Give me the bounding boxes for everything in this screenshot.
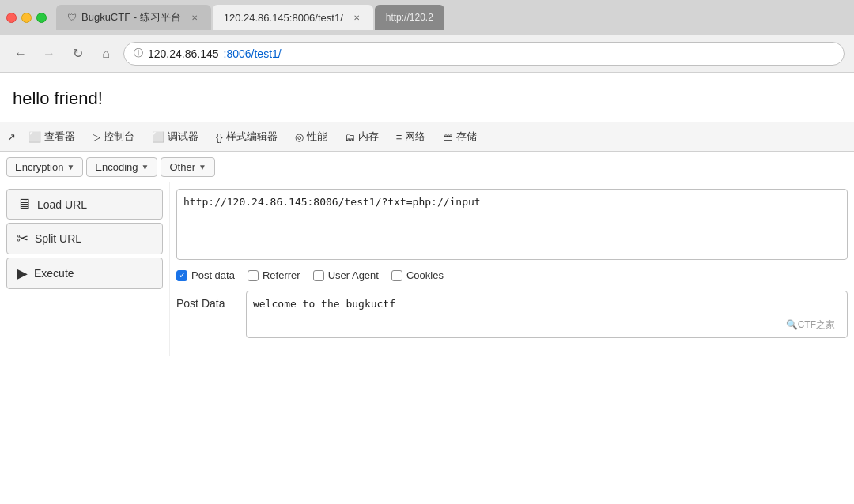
- post-data-checkbox-label: Post data: [191, 269, 235, 281]
- address-port: :8006/test1/: [224, 47, 282, 60]
- debugger-icon: ⬜: [152, 131, 164, 143]
- devtools-tab-inspector[interactable]: ⬜ 查看器: [21, 122, 83, 151]
- execute-icon: ▶: [17, 265, 28, 282]
- maximize-button[interactable]: [36, 13, 47, 23]
- close-button[interactable]: [6, 13, 17, 23]
- devtools-picker-icon[interactable]: ↗: [3, 129, 19, 145]
- nav-bar: ← → ↻ ⌂ ⓘ 120.24.86.145:8006/test1/: [0, 35, 854, 73]
- console-label: 控制台: [104, 130, 134, 144]
- memory-icon: 🗂: [345, 131, 355, 143]
- ctf-watermark: 🔍CTF之家: [786, 318, 835, 332]
- traffic-lights: [6, 13, 47, 23]
- devtools-tab-memory[interactable]: 🗂 内存: [337, 122, 387, 151]
- back-button[interactable]: ←: [9, 43, 32, 65]
- inspector-label: 查看器: [44, 130, 75, 144]
- memory-label: 内存: [358, 130, 379, 144]
- post-data-checkbox-box[interactable]: ✓: [176, 270, 187, 281]
- address-info-icon: ⓘ: [134, 47, 143, 60]
- minimize-button[interactable]: [21, 13, 32, 23]
- tab-partial[interactable]: http://120.2: [375, 5, 444, 30]
- user-agent-checkbox-label: User Agent: [328, 269, 379, 281]
- other-dropdown[interactable]: Other ▼: [161, 157, 214, 177]
- cookies-checkbox-label: Cookies: [406, 269, 444, 281]
- load-url-label: Load URL: [37, 198, 87, 211]
- hackbar-main: 🖥 Load URL ✂ Split URL ▶ Execute ✓ Post …: [0, 182, 854, 356]
- devtools-tab-network[interactable]: ≡ 网络: [388, 122, 434, 151]
- page-content: hello friend!: [0, 73, 854, 109]
- network-icon: ≡: [396, 131, 402, 143]
- execute-button[interactable]: ▶ Execute: [6, 258, 163, 289]
- split-url-label: Split URL: [35, 232, 81, 245]
- load-url-button[interactable]: 🖥 Load URL: [6, 189, 163, 220]
- network-label: 网络: [405, 130, 425, 144]
- hackbar-sidebar: 🖥 Load URL ✂ Split URL ▶ Execute: [0, 182, 170, 356]
- home-button[interactable]: ⌂: [95, 43, 117, 65]
- encryption-chevron-icon: ▼: [66, 163, 74, 171]
- user-agent-checkbox[interactable]: User Agent: [313, 269, 379, 281]
- tab-test1-label: 120.24.86.145:8006/test1/: [224, 12, 343, 24]
- post-data-checkbox[interactable]: ✓ Post data: [176, 269, 235, 281]
- devtools-tab-console[interactable]: ▷ 控制台: [85, 122, 142, 151]
- other-chevron-icon: ▼: [198, 163, 206, 171]
- other-label: Other: [169, 161, 195, 173]
- tab-test1-close[interactable]: ✕: [351, 12, 362, 23]
- hackbar-panel: Encryption ▼ Encoding ▼ Other ▼ 🖥 Load U…: [0, 152, 854, 356]
- inspector-icon: ⬜: [28, 131, 41, 143]
- greeting-text: hello friend!: [13, 88, 841, 109]
- title-bar: 🛡 BugkuCTF - 练习平台 ✕ 120.24.86.145:8006/t…: [0, 0, 854, 35]
- post-data-label: Post Data: [176, 291, 240, 310]
- devtools-bar: ↗ ⬜ 查看器 ▷ 控制台 ⬜ 调试器 {} 样式编辑器 ◎ 性能 🗂 内存 ≡…: [0, 122, 854, 152]
- devtools-tab-debugger[interactable]: ⬜ 调试器: [144, 122, 206, 151]
- tab-bugku-icon: 🛡: [67, 12, 77, 23]
- storage-icon: 🗃: [443, 131, 453, 143]
- reload-button[interactable]: ↻: [66, 43, 89, 65]
- referrer-checkbox-label: Referrer: [263, 269, 300, 281]
- tab-bugku-label: BugkuCTF - 练习平台: [81, 10, 181, 24]
- performance-icon: ◎: [295, 131, 304, 143]
- load-url-icon: 🖥: [17, 196, 31, 213]
- console-icon: ▷: [93, 131, 100, 143]
- split-url-button[interactable]: ✂ Split URL: [6, 223, 163, 254]
- encoding-chevron-icon: ▼: [142, 163, 149, 171]
- address-bar[interactable]: ⓘ 120.24.86.145:8006/test1/: [123, 42, 845, 66]
- post-data-row: Post Data 🔍CTF之家: [176, 291, 848, 338]
- referrer-checkbox-box[interactable]: [248, 270, 259, 281]
- style-editor-label: 样式编辑器: [226, 130, 278, 144]
- tab-bar: 🛡 BugkuCTF - 练习平台 ✕ 120.24.86.145:8006/t…: [56, 5, 848, 30]
- style-editor-icon: {}: [216, 131, 223, 143]
- storage-label: 存储: [456, 130, 477, 144]
- forward-button[interactable]: →: [38, 43, 60, 65]
- split-url-icon: ✂: [17, 230, 28, 247]
- encoding-dropdown[interactable]: Encoding ▼: [86, 157, 157, 177]
- url-input[interactable]: [176, 189, 848, 260]
- tab-test1[interactable]: 120.24.86.145:8006/test1/ ✕: [213, 5, 373, 30]
- encryption-dropdown[interactable]: Encryption ▼: [6, 157, 83, 177]
- tab-bugku-close[interactable]: ✕: [189, 12, 200, 23]
- devtools-tab-performance[interactable]: ◎ 性能: [287, 122, 335, 151]
- hackbar-content: ✓ Post data Referrer User Agent Cookies: [170, 182, 854, 356]
- cookies-checkbox[interactable]: Cookies: [391, 269, 444, 281]
- performance-label: 性能: [307, 130, 327, 144]
- execute-label: Execute: [34, 267, 74, 280]
- cookies-checkbox-box[interactable]: [391, 270, 402, 281]
- user-agent-checkbox-box[interactable]: [313, 270, 324, 281]
- address-host: 120.24.86.145: [148, 47, 219, 60]
- tab-partial-label: http://120.2: [386, 12, 433, 23]
- devtools-tab-style-editor[interactable]: {} 样式编辑器: [208, 122, 285, 151]
- devtools-tab-storage[interactable]: 🗃 存储: [435, 122, 485, 151]
- encryption-label: Encryption: [15, 161, 63, 173]
- tab-bugku[interactable]: 🛡 BugkuCTF - 练习平台 ✕: [56, 5, 211, 30]
- checkboxes-row: ✓ Post data Referrer User Agent Cookies: [176, 266, 848, 284]
- encoding-label: Encoding: [95, 161, 138, 173]
- referrer-checkbox[interactable]: Referrer: [248, 269, 300, 281]
- debugger-label: 调试器: [168, 130, 198, 144]
- hackbar-toolbar: Encryption ▼ Encoding ▼ Other ▼: [0, 152, 854, 182]
- post-data-input[interactable]: [246, 291, 848, 338]
